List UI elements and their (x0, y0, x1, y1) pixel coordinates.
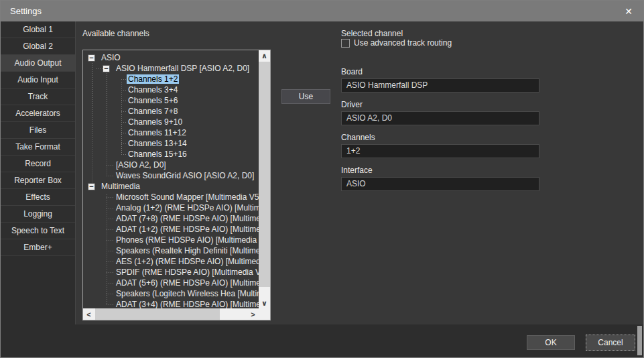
tree-node-channels-9-10[interactable]: Channels 9+10 (83, 117, 259, 127)
advanced-routing-label: Use advanced track routing (354, 38, 452, 48)
sidebar-item-accelerators[interactable]: Accelerators (1, 105, 75, 122)
driver-field[interactable]: ASIO A2, D0 (341, 111, 539, 125)
collapse-icon[interactable]: − (88, 54, 95, 62)
driver-label: Driver (341, 100, 363, 109)
settings-nav-sidebar: Global 1 Global 2 Audio Output Audio Inp… (1, 21, 76, 358)
horizontal-scrollbar[interactable]: < > (83, 308, 259, 320)
sidebar-item-speech-to-text[interactable]: Speech to Text (1, 223, 75, 239)
cancel-button[interactable]: Cancel (586, 335, 635, 351)
scroll-left-icon[interactable]: < (83, 308, 94, 320)
collapse-icon[interactable]: − (103, 65, 110, 72)
tree-node-adat-5-6[interactable]: ADAT (5+6) (RME HDSPe AIO) [Multimedia V (83, 278, 259, 288)
tree-node-adat-7-8[interactable]: ADAT (7+8) (RME HDSPe AIO) [Multimedia V (83, 213, 259, 224)
interface-label: Interface (341, 166, 373, 175)
channels-label: Channels (341, 133, 375, 142)
advanced-routing-checkbox[interactable] (341, 39, 350, 48)
tree-node-spdif[interactable]: SPDIF (RME HDSPe AIO) [Multimedia V10.0] (83, 267, 259, 278)
advanced-routing-row: Use advanced track routing (341, 38, 452, 48)
tree-node-adat-3-4[interactable]: ADAT (3+4) (RME HDSPe AIO) [Multimedia V (83, 299, 259, 309)
sidebar-item-audio-output[interactable]: Audio Output (1, 55, 75, 72)
horizontal-scroll-thumb[interactable] (95, 308, 220, 320)
sidebar-item-track[interactable]: Track (1, 88, 75, 105)
collapse-icon[interactable]: − (88, 183, 95, 190)
ok-button[interactable]: OK (527, 335, 575, 350)
dialog-footer: OK Cancel (1, 324, 644, 358)
tree-node-channels-1-2[interactable]: Channels 1+2 (83, 74, 259, 84)
sidebar-item-ember[interactable]: Ember+ (1, 239, 75, 256)
sidebar-item-global-2[interactable]: Global 2 (1, 38, 75, 55)
tree-node-channels-15-16[interactable]: Channels 15+16 (83, 149, 259, 160)
use-button[interactable]: Use (281, 89, 330, 104)
tree-node-channels-11-12[interactable]: Channels 11+12 (83, 127, 259, 138)
tree-node-analog-1-2[interactable]: Analog (1+2) (RME HDSPe AIO) [Multimedia (83, 202, 259, 213)
selected-channel-label: Selected channel (341, 29, 403, 38)
sidebar-item-global-1[interactable]: Global 1 (1, 21, 75, 38)
resize-gripper[interactable] (637, 326, 642, 355)
sidebar-item-logging[interactable]: Logging (1, 206, 75, 223)
available-channels-tree: −ASIO −ASIO Hammerfall DSP [ASIO A2, D0]… (82, 50, 271, 320)
sidebar-item-take-format[interactable]: Take Format (1, 139, 75, 156)
sidebar-item-effects[interactable]: Effects (1, 189, 75, 206)
available-channels-label: Available channels (82, 29, 149, 38)
scroll-right-icon[interactable]: > (247, 308, 259, 320)
settings-dialog: Settings ✕ Global 1 Global 2 Audio Outpu… (0, 0, 644, 358)
tree-node-speakers-logitech[interactable]: Speakers (Logitech Wireless Hea [Multime… (83, 288, 259, 299)
tree-node-ms-sound-mapper[interactable]: Microsoft Sound Mapper [Multimedia V5.0 (83, 192, 259, 202)
board-field[interactable]: ASIO Hammerfall DSP (341, 78, 539, 93)
tree-node-channels-5-6[interactable]: Channels 5+6 (83, 95, 259, 106)
titlebar: Settings ✕ (1, 1, 643, 21)
tree-node-asio[interactable]: −ASIO (83, 52, 259, 63)
tree-node-speakers-realtek[interactable]: Speakers (Realtek High Definiti [Multime… (83, 245, 259, 256)
sidebar-item-record[interactable]: Record (1, 156, 75, 172)
vertical-scrollbar[interactable]: ∧ ∨ (259, 50, 270, 309)
tree-node-channels-7-8[interactable]: Channels 7+8 (83, 106, 259, 117)
board-label: Board (341, 67, 363, 76)
scroll-up-icon[interactable]: ∧ (259, 50, 270, 62)
sidebar-item-reporter-box[interactable]: Reporter Box (1, 172, 75, 189)
tree-node-channels-3-4[interactable]: Channels 3+4 (83, 84, 259, 95)
sidebar-item-files[interactable]: Files (1, 122, 75, 139)
scrollbar-corner (259, 308, 270, 320)
interface-field[interactable]: ASIO (341, 177, 539, 191)
tree-node-waves-soundgrid[interactable]: Waves SoundGrid ASIO [ASIO A2, D0] (83, 170, 259, 181)
tree-node-channels-13-14[interactable]: Channels 13+14 (83, 138, 259, 149)
tree-node-multimedia[interactable]: −Multimedia (83, 181, 259, 192)
sidebar-item-audio-input[interactable]: Audio Input (1, 72, 75, 88)
close-icon[interactable]: ✕ (621, 3, 637, 19)
window-title: Settings (10, 6, 42, 16)
vertical-scroll-thumb[interactable] (259, 62, 270, 287)
scroll-down-icon[interactable]: ∨ (259, 298, 270, 309)
tree-node-adat-1-2[interactable]: ADAT (1+2) (RME HDSPe AIO) [Multimedia V (83, 224, 259, 235)
tree-node-asio-a2-d0[interactable]: [ASIO A2, D0] (83, 160, 259, 170)
tree-node-phones[interactable]: Phones (RME HDSPe AIO) [Multimedia V10. (83, 235, 259, 245)
tree-node-aes-1-2[interactable]: AES (1+2) (RME HDSPe AIO) [Multimedia V1 (83, 256, 259, 267)
channels-field[interactable]: 1+2 (341, 144, 539, 158)
tree-content: −ASIO −ASIO Hammerfall DSP [ASIO A2, D0]… (83, 50, 259, 309)
tree-node-hammerfall[interactable]: −ASIO Hammerfall DSP [ASIO A2, D0] (83, 63, 259, 74)
